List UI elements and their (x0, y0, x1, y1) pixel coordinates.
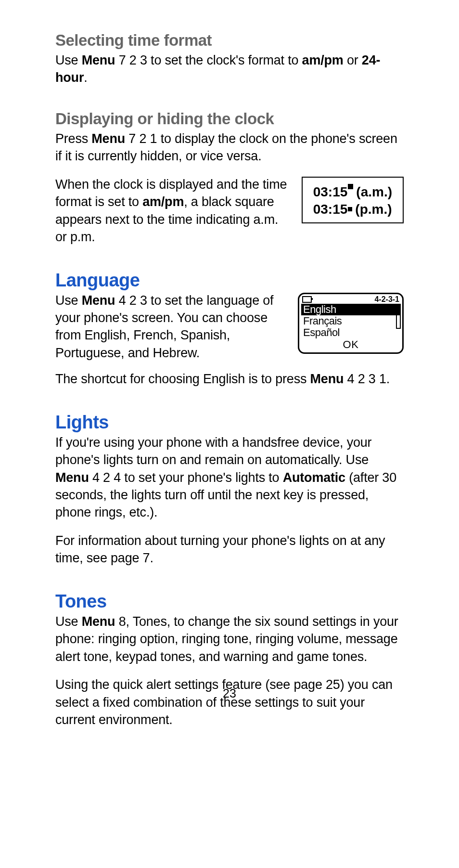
screen-ok-label: OK (299, 338, 402, 352)
para-lights-2: For information about turning your phone… (55, 532, 404, 567)
automatic-label: Automatic (283, 470, 345, 485)
text: Use (55, 614, 82, 629)
text: Use (55, 53, 82, 67)
menu-label: Menu (82, 614, 115, 629)
text: or (344, 53, 362, 67)
text: Use (55, 293, 82, 308)
menu-label: Menu (82, 53, 115, 67)
para-language-1: Use Menu 4 2 3 to set the language of yo… (55, 292, 289, 362)
screen-item-francais: Français (301, 315, 400, 327)
menu-label: Menu (82, 293, 115, 308)
clock-example-box: 03:15 (a.m.) 03:15 (p.m.) (302, 177, 404, 224)
menu-label: Menu (55, 470, 89, 485)
clock-desc-row: When the clock is displayed and the time… (55, 176, 404, 246)
heading-display-clock: Displaying or hiding the clock (55, 110, 404, 128)
para-display-clock-1: Press Menu 7 2 1 to display the clock on… (55, 130, 404, 165)
text: . (84, 70, 87, 85)
para-tones-2: Using the quick alert settings feature (… (55, 676, 404, 728)
text: If you're using your phone with a handsf… (55, 435, 371, 467)
pm-indicator-icon (348, 207, 352, 211)
para-display-clock-2: When the clock is displayed and the time… (55, 176, 293, 246)
page-number: 23 (0, 687, 459, 700)
clock-pm-label: (p.m.) (355, 201, 392, 218)
heading-lights: Lights (55, 412, 404, 433)
menu-label: Menu (310, 372, 344, 386)
text: The shortcut for choosing English is to … (55, 372, 310, 386)
screen-menu-index: 4-2-3-1 (374, 295, 399, 304)
screen-language-list: English Français Español (299, 304, 402, 338)
para-time-format: Use Menu 7 2 3 to set the clock's format… (55, 52, 404, 87)
menu-label: Menu (91, 131, 125, 146)
heading-time-format: Selecting time format (55, 31, 404, 50)
heading-language: Language (55, 270, 404, 291)
text: 4 2 4 to set your phone's lights to (89, 470, 283, 485)
screen-item-english: English (301, 304, 400, 315)
clock-line-am: 03:15 (a.m.) (313, 183, 392, 201)
text: 7 2 3 to set the clock's format to (115, 53, 302, 67)
text: Press (55, 131, 91, 146)
para-language-2: The shortcut for choosing English is to … (55, 370, 404, 388)
screen-item-espanol: Español (301, 327, 400, 338)
clock-time: 03:15 (313, 183, 348, 201)
clock-time: 03:15 (313, 201, 348, 218)
language-row: Use Menu 4 2 3 to set the language of yo… (55, 292, 404, 362)
heading-tones: Tones (55, 591, 404, 612)
ampm-label: am/pm (302, 53, 344, 67)
battery-icon (302, 296, 312, 303)
ampm-label: am/pm (142, 194, 184, 209)
am-indicator-icon (348, 184, 353, 189)
phone-screen-mockup: 4-2-3-1 English Français Español OK (298, 293, 404, 354)
scrollbar-icon (396, 304, 401, 329)
para-tones-1: Use Menu 8, Tones, to change the six sou… (55, 613, 404, 665)
clock-line-pm: 03:15 (p.m.) (313, 201, 392, 218)
manual-page: Selecting time format Use Menu 7 2 3 to … (0, 0, 459, 868)
text: 4 2 3 1. (344, 372, 390, 386)
clock-am-label: (a.m.) (356, 183, 392, 201)
screen-status-bar: 4-2-3-1 (299, 294, 402, 304)
para-lights-1: If you're using your phone with a handsf… (55, 434, 404, 521)
